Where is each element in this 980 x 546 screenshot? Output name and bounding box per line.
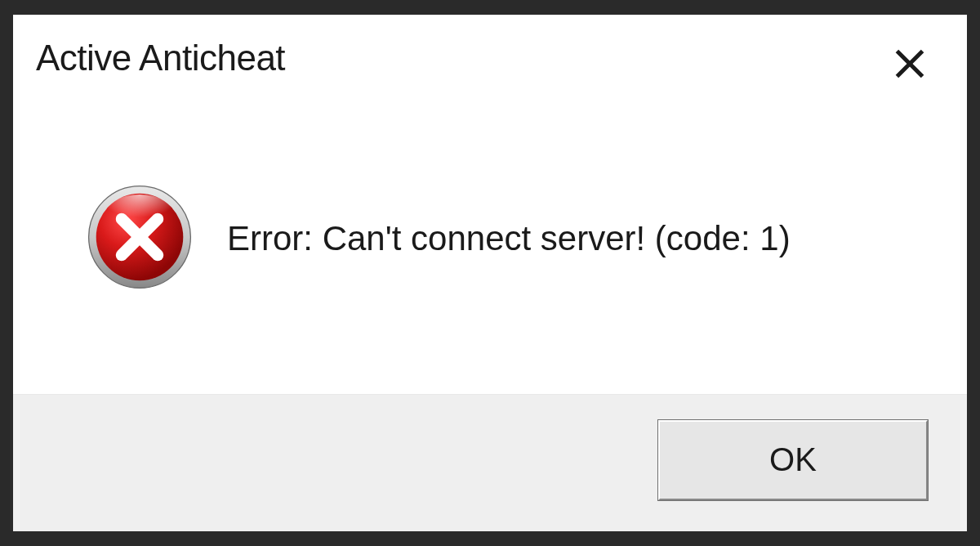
close-icon	[896, 50, 924, 78]
ok-button[interactable]: OK	[658, 420, 928, 500]
titlebar: Active Anticheat	[13, 15, 967, 83]
error-icon	[87, 184, 193, 293]
dialog-title: Active Anticheat	[36, 38, 285, 78]
dialog-frame: Active Anticheat	[0, 0, 980, 546]
error-dialog: Active Anticheat	[13, 15, 967, 531]
dialog-content: Error: Can't connect server! (code: 1)	[13, 83, 967, 394]
error-message: Error: Can't connect server! (code: 1)	[227, 218, 791, 259]
svg-point-2	[105, 195, 173, 233]
button-bar: OK	[13, 394, 967, 531]
close-button[interactable]	[890, 44, 929, 83]
